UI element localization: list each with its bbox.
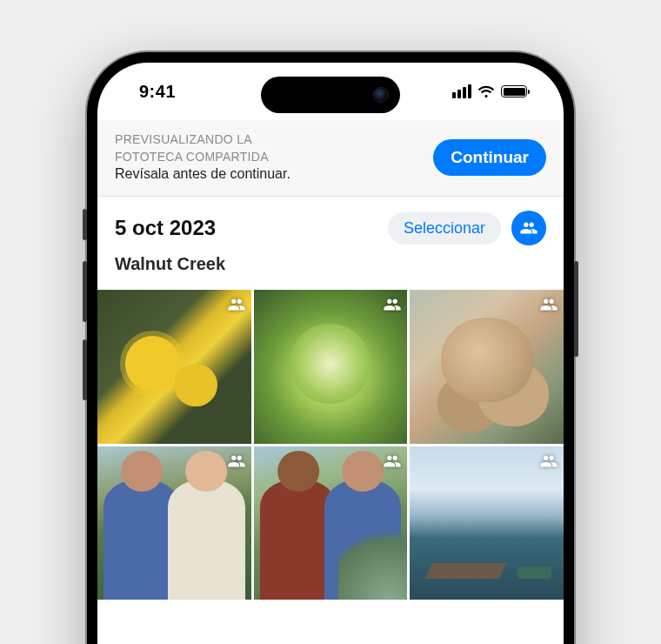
wifi-icon <box>477 84 495 98</box>
photo-thumbnail[interactable] <box>254 290 408 444</box>
iphone-device-frame: 9:41 PREVISUALIZANDO LA FOTOTECA COMPART… <box>87 52 574 644</box>
banner-title-line2: FOTOTECA COMPARTIDA <box>115 150 290 165</box>
shared-badge-icon <box>383 295 402 314</box>
photo-grid <box>97 290 564 600</box>
photo-thumbnail[interactable] <box>410 290 564 444</box>
status-time: 9:41 <box>139 82 176 102</box>
photo-thumbnail[interactable] <box>97 446 251 600</box>
status-icons <box>452 84 527 98</box>
people-icon <box>519 218 538 238</box>
shared-badge-icon <box>227 452 246 471</box>
dynamic-island <box>261 77 400 113</box>
banner-subtitle: Revísala antes de continuar. <box>115 166 290 182</box>
photo-thumbnail[interactable] <box>254 446 408 600</box>
section-date: 5 oct 2023 <box>115 216 216 240</box>
preview-banner: PREVISUALIZANDO LA FOTOTECA COMPARTIDA R… <box>97 120 564 197</box>
volume-down-button <box>83 339 87 400</box>
section-location: Walnut Creek <box>115 254 546 274</box>
photo-thumbnail[interactable] <box>410 446 564 600</box>
cellular-signal-icon <box>452 84 471 98</box>
screen: 9:41 PREVISUALIZANDO LA FOTOTECA COMPART… <box>97 63 564 644</box>
front-camera <box>374 88 388 102</box>
power-button <box>574 261 578 357</box>
photo-thumbnail[interactable] <box>97 290 251 444</box>
continue-button[interactable]: Continuar <box>433 139 546 176</box>
volume-up-button <box>83 261 87 322</box>
battery-icon <box>501 85 527 97</box>
shared-badge-icon <box>539 295 558 314</box>
banner-title-line1: PREVISUALIZANDO LA <box>115 132 290 148</box>
banner-text: PREVISUALIZANDO LA FOTOTECA COMPARTIDA R… <box>115 132 290 182</box>
select-button[interactable]: Seleccionar <box>388 212 501 245</box>
silent-switch <box>83 209 87 240</box>
shared-badge-icon <box>539 452 558 471</box>
shared-people-button[interactable] <box>511 211 546 245</box>
shared-badge-icon <box>227 295 246 314</box>
shared-badge-icon <box>383 452 402 471</box>
section-header: 5 oct 2023 Seleccionar Walnut Creek <box>97 197 564 290</box>
